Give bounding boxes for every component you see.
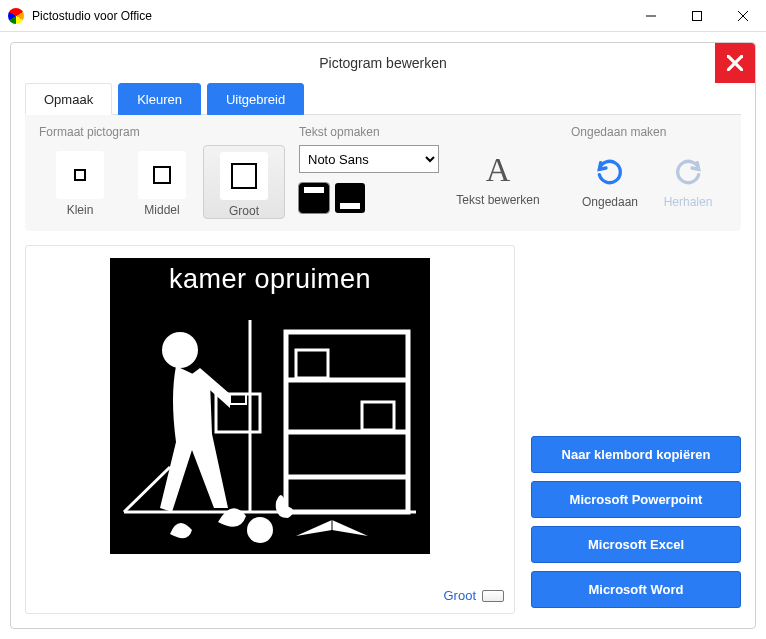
redo-button[interactable]: Herhalen [649, 145, 727, 209]
size-option-middel[interactable]: Middel [121, 145, 203, 219]
window-maximize-button[interactable] [674, 0, 720, 32]
size-option-label: Groot [229, 204, 259, 218]
svg-rect-1 [693, 11, 702, 20]
tab-kleuren[interactable]: Kleuren [118, 83, 201, 115]
group-tekst-bewerken: A Tekst bewerken [453, 143, 543, 219]
pictogram-graphic [110, 302, 430, 554]
group-formaat-label: Formaat pictogram [39, 125, 285, 139]
window-titlebar: Pictostudio voor Office [0, 0, 766, 32]
export-buttons: Naar klembord kopiëren Microsoft Powerpo… [531, 245, 741, 614]
size-option-label: Middel [144, 203, 179, 217]
preview-size-label: Groot [443, 588, 476, 603]
group-ongedaan-label: Ongedaan maken [571, 125, 727, 139]
app-title: Pictostudio voor Office [32, 9, 628, 23]
group-tekst: Tekst opmaken Noto Sans [299, 125, 439, 219]
svg-rect-17 [362, 402, 394, 430]
size-option-label: Klein [67, 203, 94, 217]
undo-icon [571, 149, 649, 195]
panel-close-button[interactable] [715, 43, 755, 83]
preview-footer: Groot [36, 582, 504, 603]
text-style-top-bar[interactable] [299, 183, 329, 213]
svg-point-18 [247, 517, 273, 543]
panel-header: Pictogram bewerken [11, 43, 755, 83]
toolbar: Formaat pictogram Klein Middel Groot [25, 115, 741, 231]
app-icon [8, 8, 24, 24]
pictogram-text: kamer opruimen [110, 258, 430, 295]
tab-uitgebreid[interactable]: Uitgebreid [207, 83, 304, 115]
undo-button[interactable]: Ongedaan [571, 145, 649, 209]
size-option-groot[interactable]: Groot [203, 145, 285, 219]
text-style-bottom-bar[interactable] [335, 183, 365, 213]
font-select[interactable]: Noto Sans [299, 145, 439, 173]
panel-title: Pictogram bewerken [319, 55, 447, 71]
group-tekst-label: Tekst opmaken [299, 125, 439, 139]
tab-bar: Opmaak Kleuren Uitgebreid [25, 83, 741, 115]
svg-rect-12 [286, 332, 408, 512]
redo-icon [649, 149, 727, 195]
group-ongedaan: Ongedaan maken Ongedaan Herhalen [571, 125, 727, 219]
window-minimize-button[interactable] [628, 0, 674, 32]
window-close-button[interactable] [720, 0, 766, 32]
size-option-klein[interactable]: Klein [39, 145, 121, 219]
pictogram-preview: kamer opruimen [110, 258, 430, 554]
export-excel-button[interactable]: Microsoft Excel [531, 526, 741, 563]
keyboard-icon[interactable] [482, 590, 504, 602]
svg-rect-16 [296, 350, 328, 378]
preview-pane: kamer opruimen [25, 245, 515, 614]
action-label: Herhalen [664, 195, 713, 209]
action-label: Ongedaan [582, 195, 638, 209]
export-word-button[interactable]: Microsoft Word [531, 571, 741, 608]
tab-opmaak[interactable]: Opmaak [25, 83, 112, 115]
tekst-bewerken-button[interactable]: A Tekst bewerken [453, 143, 543, 207]
edit-panel: Pictogram bewerken Opmaak Kleuren Uitgeb… [10, 42, 756, 629]
action-label: Tekst bewerken [456, 193, 539, 207]
export-powerpoint-button[interactable]: Microsoft Powerpoint [531, 481, 741, 518]
copy-clipboard-button[interactable]: Naar klembord kopiëren [531, 436, 741, 473]
svg-point-9 [162, 332, 198, 368]
group-formaat: Formaat pictogram Klein Middel Groot [39, 125, 285, 219]
